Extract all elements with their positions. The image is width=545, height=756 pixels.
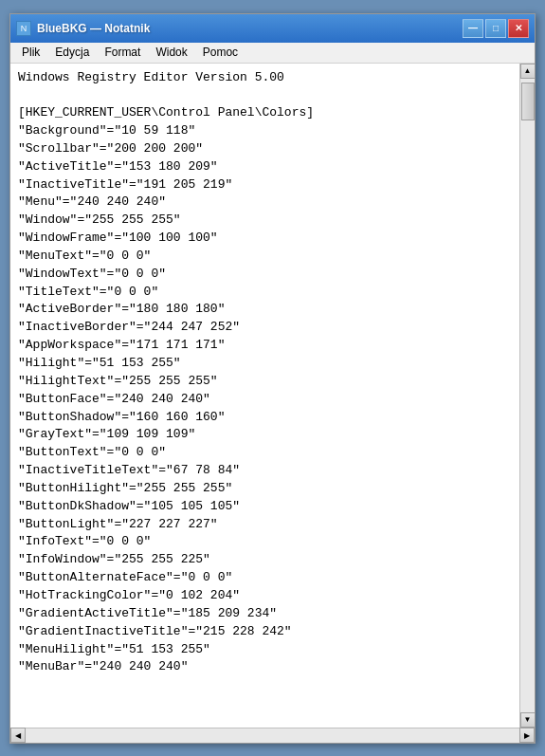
- horizontal-scrollbar: ◀ ▶: [10, 728, 535, 743]
- vertical-scrollbar: ▲ ▼: [519, 64, 535, 728]
- maximize-button[interactable]: □: [485, 19, 506, 38]
- menu-file[interactable]: Plik: [14, 44, 47, 61]
- minimize-button[interactable]: —: [463, 19, 483, 38]
- text-editor[interactable]: Windows Registry Editor Version 5.00 [HK…: [10, 64, 519, 728]
- menu-edit[interactable]: Edycja: [47, 44, 97, 61]
- menu-format[interactable]: Format: [97, 44, 148, 61]
- scroll-thumb[interactable]: [521, 83, 535, 120]
- main-window: N BlueBKG — Notatnik — □ ✕ Plik Edycja F…: [9, 13, 536, 744]
- menu-view[interactable]: Widok: [148, 44, 194, 61]
- title-buttons: — □ ✕: [463, 19, 529, 38]
- window-title: BlueBKG — Notatnik: [37, 22, 150, 35]
- menu-help[interactable]: Pomoc: [195, 44, 245, 61]
- title-bar-left: N BlueBKG — Notatnik: [16, 21, 150, 36]
- close-button[interactable]: ✕: [508, 19, 529, 38]
- scroll-up-button[interactable]: ▲: [520, 64, 536, 79]
- h-scroll-track[interactable]: [26, 728, 519, 743]
- title-bar: N BlueBKG — Notatnik — □ ✕: [10, 14, 535, 43]
- scroll-track[interactable]: [520, 79, 535, 712]
- content-area: Windows Registry Editor Version 5.00 [HK…: [10, 64, 535, 728]
- scroll-left-button[interactable]: ◀: [10, 728, 26, 743]
- scroll-right-button[interactable]: ▶: [519, 728, 535, 743]
- app-icon: N: [16, 21, 31, 36]
- menu-bar: Plik Edycja Format Widok Pomoc: [10, 43, 535, 64]
- scroll-down-button[interactable]: ▼: [520, 712, 536, 728]
